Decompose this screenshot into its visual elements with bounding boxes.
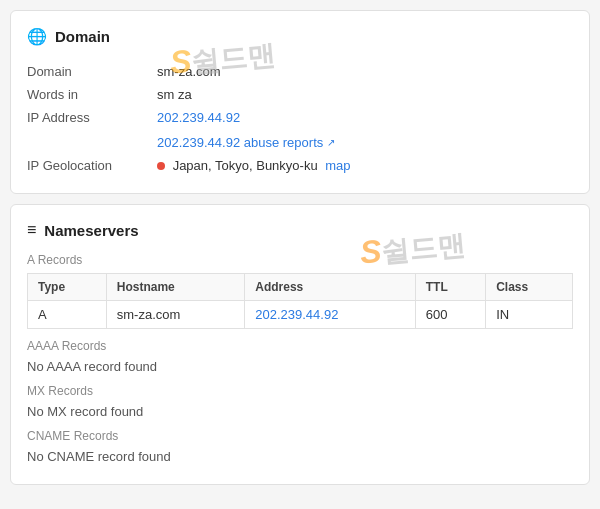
abuse-label: [27, 129, 157, 154]
abuse-row: 202.239.44.92 abuse reports ↗: [27, 129, 573, 154]
a-records-header: Type Hostname Address TTL Class: [28, 274, 573, 301]
geo-value: Japan, Tokyo, Bunkyo-ku map: [157, 154, 573, 177]
ip-address-label: IP Address: [27, 106, 157, 129]
col-ttl: TTL: [415, 274, 485, 301]
a-records-table: Type Hostname Address TTL Class A sm-za.…: [27, 273, 573, 329]
words-label: Words in: [27, 83, 157, 106]
globe-icon: 🌐: [27, 27, 47, 46]
cname-records-label: CNAME Records: [27, 429, 573, 443]
geo-dot-icon: [157, 162, 165, 170]
words-row: Words in sm za: [27, 83, 573, 106]
mx-no-record: No MX record found: [27, 404, 573, 419]
a-record-type: A: [28, 301, 107, 329]
a-record-row: A sm-za.com 202.239.44.92 600 IN: [28, 301, 573, 329]
cname-no-record: No CNAME record found: [27, 449, 573, 464]
ip-address-link[interactable]: 202.239.44.92: [157, 110, 240, 125]
domain-row: Domain sm-za.com: [27, 60, 573, 83]
domain-value: sm-za.com: [157, 60, 573, 83]
a-records-label: A Records: [27, 253, 573, 267]
domain-section: 🌐 Domain Domain sm-za.com Words in sm za…: [10, 10, 590, 194]
nameservers-icon: ≡: [27, 221, 36, 239]
geo-label: IP Geolocation: [27, 154, 157, 177]
domain-info-table: Domain sm-za.com Words in sm za IP Addre…: [27, 60, 573, 177]
nameservers-section: ≡ Nameservers A Records Type Hostname Ad…: [10, 204, 590, 485]
domain-section-title: 🌐 Domain: [27, 27, 573, 46]
col-address: Address: [245, 274, 416, 301]
external-link-icon: ↗: [327, 137, 335, 148]
a-record-address-link[interactable]: 202.239.44.92: [255, 307, 338, 322]
ip-address-row: IP Address 202.239.44.92: [27, 106, 573, 129]
abuse-value: 202.239.44.92 abuse reports ↗: [157, 129, 573, 154]
domain-label: Domain: [27, 60, 157, 83]
a-record-class: IN: [486, 301, 573, 329]
words-value: sm za: [157, 83, 573, 106]
a-record-address: 202.239.44.92: [245, 301, 416, 329]
aaaa-no-record: No AAAA record found: [27, 359, 573, 374]
geo-row: IP Geolocation Japan, Tokyo, Bunkyo-ku m…: [27, 154, 573, 177]
geo-text: Japan, Tokyo, Bunkyo-ku: [173, 158, 318, 173]
col-hostname: Hostname: [106, 274, 244, 301]
mx-records-label: MX Records: [27, 384, 573, 398]
a-record-ttl: 600: [415, 301, 485, 329]
map-link[interactable]: map: [325, 158, 350, 173]
col-class: Class: [486, 274, 573, 301]
ip-address-value: 202.239.44.92: [157, 106, 573, 129]
nameservers-title: ≡ Nameservers: [27, 221, 573, 239]
aaaa-records-label: AAAA Records: [27, 339, 573, 353]
abuse-link[interactable]: 202.239.44.92 abuse reports ↗: [157, 135, 573, 150]
abuse-text: 202.239.44.92 abuse reports: [157, 135, 323, 150]
a-record-hostname: sm-za.com: [106, 301, 244, 329]
col-type: Type: [28, 274, 107, 301]
